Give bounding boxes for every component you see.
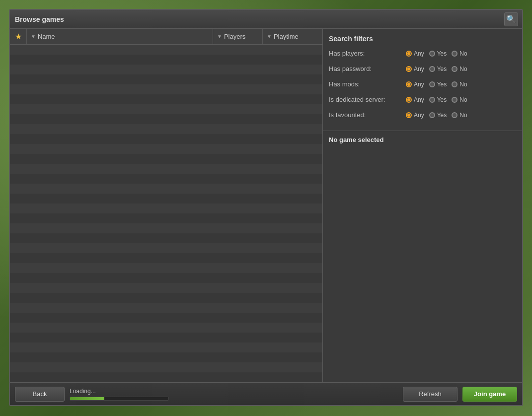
content-area: ★ ▼ Name ▼ Players ▼ Playtime xyxy=(10,29,522,382)
list-item[interactable] xyxy=(10,372,322,382)
has-players-radio-group: Any Yes No xyxy=(406,50,467,57)
list-item[interactable] xyxy=(10,204,322,213)
list-item[interactable] xyxy=(10,94,322,104)
has-mods-any-option[interactable]: Any xyxy=(406,81,424,88)
is-favourited-no-label: No xyxy=(459,112,467,119)
list-item[interactable] xyxy=(10,233,322,243)
players-column-header[interactable]: ▼ Players xyxy=(213,29,263,44)
list-item[interactable] xyxy=(10,114,322,124)
list-item[interactable] xyxy=(10,74,322,84)
has-password-any-radio[interactable] xyxy=(406,66,412,72)
list-item[interactable] xyxy=(10,45,322,55)
has-players-no-radio[interactable] xyxy=(452,51,457,57)
has-mods-any-radio[interactable] xyxy=(406,81,412,87)
list-item[interactable] xyxy=(10,104,322,114)
is-dedicated-no-label: No xyxy=(459,96,467,103)
refresh-button[interactable]: Refresh xyxy=(403,387,457,402)
list-item[interactable] xyxy=(10,213,322,223)
playtime-column-header[interactable]: ▼ Playtime xyxy=(263,29,322,44)
list-item[interactable] xyxy=(10,164,322,174)
has-password-label: Has password: xyxy=(329,65,406,72)
back-button[interactable]: Back xyxy=(15,387,65,402)
has-mods-yes-option[interactable]: Yes xyxy=(429,81,447,88)
has-password-no-option[interactable]: No xyxy=(452,66,467,72)
playtime-column-label: Playtime xyxy=(274,33,299,40)
list-item[interactable] xyxy=(10,144,322,154)
list-item[interactable] xyxy=(10,194,322,204)
has-password-no-radio[interactable] xyxy=(452,66,457,72)
list-item[interactable] xyxy=(10,184,322,194)
star-column-header[interactable]: ★ xyxy=(10,29,27,44)
list-item[interactable] xyxy=(10,283,322,293)
game-list[interactable] xyxy=(10,45,322,382)
is-dedicated-no-radio[interactable] xyxy=(452,97,457,103)
no-game-title: No game selected xyxy=(329,136,384,143)
main-window: Browse games 🔍 ★ ▼ Name ▼ Players xyxy=(9,9,523,406)
has-players-filter: Has players: Any Yes No xyxy=(329,48,516,59)
has-players-any-radio[interactable] xyxy=(406,51,412,57)
search-icon: 🔍 xyxy=(506,14,516,24)
list-item[interactable] xyxy=(10,273,322,283)
has-players-no-option[interactable]: No xyxy=(452,50,467,57)
is-favourited-no-option[interactable]: No xyxy=(452,112,467,119)
is-favourited-filter: Is favourited: Any Yes No xyxy=(329,109,516,121)
has-players-yes-option[interactable]: Yes xyxy=(429,50,447,57)
join-game-button[interactable]: Join game xyxy=(462,387,517,402)
name-column-label: Name xyxy=(38,33,55,40)
has-password-any-option[interactable]: Any xyxy=(406,66,424,72)
has-password-any-label: Any xyxy=(414,66,424,72)
is-dedicated-any-radio[interactable] xyxy=(406,97,412,103)
is-dedicated-yes-option[interactable]: Yes xyxy=(429,96,447,103)
is-favourited-yes-radio[interactable] xyxy=(429,112,435,118)
list-item[interactable] xyxy=(10,303,322,313)
list-item[interactable] xyxy=(10,362,322,372)
is-favourited-any-radio[interactable] xyxy=(406,112,412,118)
list-item[interactable] xyxy=(10,124,322,134)
list-item[interactable] xyxy=(10,253,322,263)
list-item[interactable] xyxy=(10,55,322,65)
is-dedicated-any-label: Any xyxy=(414,96,424,103)
list-item[interactable] xyxy=(10,333,322,343)
name-sort-arrow: ▼ xyxy=(31,34,36,39)
is-dedicated-no-option[interactable]: No xyxy=(452,96,467,103)
is-favourited-yes-label: Yes xyxy=(437,112,447,119)
list-item[interactable] xyxy=(10,154,322,164)
loading-bar-fill xyxy=(70,397,104,400)
has-mods-filter: Has mods: Any Yes No xyxy=(329,78,516,90)
search-button[interactable]: 🔍 xyxy=(504,12,518,26)
name-column-header[interactable]: ▼ Name xyxy=(27,29,213,44)
is-dedicated-yes-radio[interactable] xyxy=(429,97,435,103)
has-password-yes-option[interactable]: Yes xyxy=(429,66,447,72)
is-dedicated-any-option[interactable]: Any xyxy=(406,96,424,103)
list-item[interactable] xyxy=(10,263,322,273)
game-list-panel: ★ ▼ Name ▼ Players ▼ Playtime xyxy=(10,29,323,382)
search-filters-title: Search filters xyxy=(329,35,516,43)
has-mods-no-option[interactable]: No xyxy=(452,81,467,88)
is-favourited-yes-option[interactable]: Yes xyxy=(429,112,447,119)
list-item[interactable] xyxy=(10,134,322,144)
list-item[interactable] xyxy=(10,293,322,303)
list-item[interactable] xyxy=(10,223,322,233)
list-item[interactable] xyxy=(10,313,322,323)
has-players-any-option[interactable]: Any xyxy=(406,50,424,57)
has-mods-no-radio[interactable] xyxy=(452,81,457,87)
has-players-any-label: Any xyxy=(414,50,424,57)
list-item[interactable] xyxy=(10,243,322,253)
list-item[interactable] xyxy=(10,65,322,74)
has-mods-yes-radio[interactable] xyxy=(429,81,435,87)
is-favourited-any-option[interactable]: Any xyxy=(406,112,424,119)
has-players-yes-radio[interactable] xyxy=(429,51,435,57)
has-password-filter: Has password: Any Yes No xyxy=(329,63,516,74)
is-favourited-any-label: Any xyxy=(414,112,424,119)
is-favourited-no-radio[interactable] xyxy=(452,112,457,118)
search-filters-section: Search filters Has players: Any Yes xyxy=(323,29,522,131)
list-item[interactable] xyxy=(10,323,322,333)
list-item[interactable] xyxy=(10,84,322,94)
list-item[interactable] xyxy=(10,174,322,184)
has-password-yes-radio[interactable] xyxy=(429,66,435,72)
has-mods-no-label: No xyxy=(459,81,467,88)
list-item[interactable] xyxy=(10,343,322,352)
has-players-label: Has players: xyxy=(329,50,406,57)
has-mods-radio-group: Any Yes No xyxy=(406,81,467,88)
list-item[interactable] xyxy=(10,352,322,362)
